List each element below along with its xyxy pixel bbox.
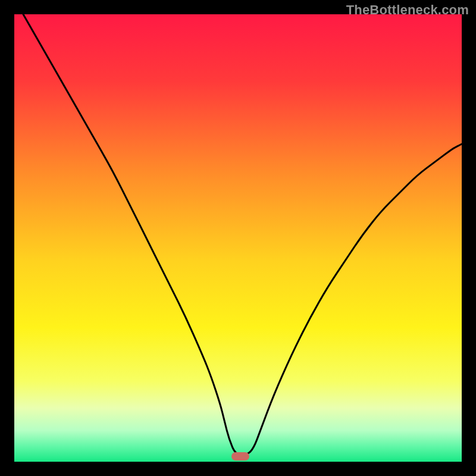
plot-svg: [14, 14, 462, 462]
optimal-marker: [231, 452, 249, 461]
plot-area: [14, 14, 462, 462]
watermark-text: TheBottleneck.com: [346, 2, 469, 18]
chart-frame: TheBottleneck.com: [0, 0, 476, 476]
gradient-background: [14, 14, 462, 462]
